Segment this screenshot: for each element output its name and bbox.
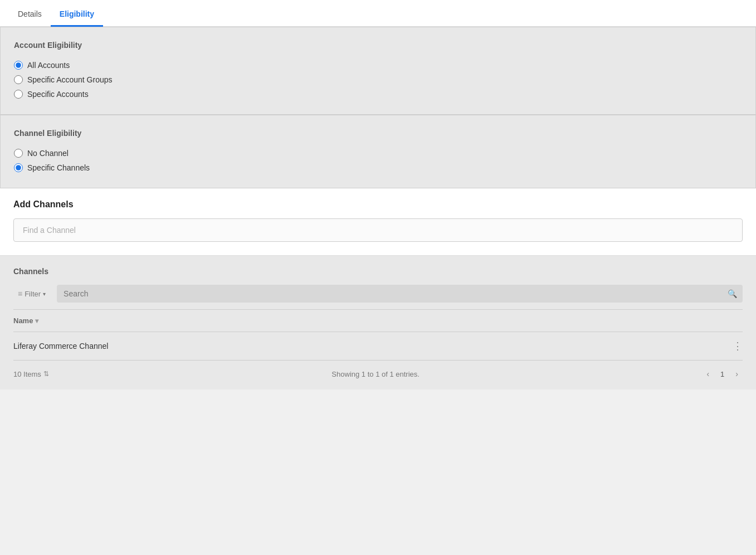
- column-name-label: Name: [13, 317, 33, 325]
- tab-details[interactable]: Details: [9, 3, 51, 27]
- search-icon: 🔍: [728, 289, 737, 298]
- radio-all-accounts-label: All Accounts: [27, 61, 70, 70]
- channel-eligibility-section: Channel Eligibility No Channel Specific …: [0, 115, 756, 188]
- radio-all-accounts-input[interactable]: [14, 61, 23, 70]
- items-per-page[interactable]: 10 Items ⇅: [13, 370, 49, 378]
- filter-bar: ≡ Filter ▾ 🔍: [13, 285, 743, 303]
- radio-no-channel-label: No Channel: [27, 149, 69, 158]
- radio-specific-channels-label: Specific Channels: [27, 163, 90, 172]
- add-channels-panel: Add Channels: [0, 188, 756, 256]
- table-search-input[interactable]: [57, 285, 743, 303]
- radio-specific-channels-input[interactable]: [14, 163, 23, 172]
- filter-label: Filter: [25, 290, 41, 298]
- channel-eligibility-title: Channel Eligibility: [14, 129, 742, 138]
- items-per-page-arrows: ⇅: [43, 370, 49, 378]
- sort-icon: ▾: [35, 317, 38, 325]
- filter-icon: ≡: [18, 289, 22, 298]
- radio-specific-account-groups-label: Specific Account Groups: [27, 75, 113, 84]
- channels-section: Channels ≡ Filter ▾ 🔍 Name ▾ Liferay Com…: [0, 256, 756, 361]
- row-actions-menu[interactable]: ⋮: [733, 340, 743, 352]
- pagination-nav: ‹ 1 ›: [702, 367, 743, 381]
- table-search-wrapper: 🔍: [57, 285, 743, 303]
- channel-eligibility-options: No Channel Specific Channels: [14, 149, 742, 172]
- showing-text: Showing 1 to 1 of 1 entries.: [331, 370, 420, 378]
- channel-name: Liferay Commerce Channel: [13, 342, 108, 350]
- table-header: Name ▾: [13, 309, 743, 332]
- radio-all-accounts[interactable]: All Accounts: [14, 61, 742, 70]
- column-header-name[interactable]: Name ▾: [13, 317, 38, 325]
- current-page: 1: [716, 368, 729, 381]
- radio-specific-accounts-input[interactable]: [14, 90, 23, 99]
- radio-no-channel-input[interactable]: [14, 149, 23, 158]
- tab-eligibility[interactable]: Eligibility: [51, 3, 103, 27]
- radio-specific-account-groups-input[interactable]: [14, 75, 23, 84]
- pagination-info: Showing 1 to 1 of 1 entries.: [331, 370, 420, 378]
- table-row: Liferay Commerce Channel ⋮: [13, 332, 743, 361]
- radio-specific-accounts-label: Specific Accounts: [27, 90, 89, 99]
- tabs-bar: Details Eligibility: [0, 0, 756, 27]
- radio-specific-accounts[interactable]: Specific Accounts: [14, 90, 742, 99]
- radio-no-channel[interactable]: No Channel: [14, 149, 742, 158]
- channels-table-title: Channels: [13, 267, 743, 276]
- radio-specific-account-groups[interactable]: Specific Account Groups: [14, 75, 742, 84]
- radio-specific-channels[interactable]: Specific Channels: [14, 163, 742, 172]
- add-channels-title: Add Channels: [13, 199, 743, 210]
- pagination-bar: 10 Items ⇅ Showing 1 to 1 of 1 entries. …: [0, 361, 756, 390]
- items-per-page-label: 10 Items: [13, 370, 41, 378]
- filter-button[interactable]: ≡ Filter ▾: [13, 287, 50, 300]
- account-eligibility-section: Account Eligibility All Accounts Specifi…: [0, 27, 756, 115]
- filter-chevron-icon: ▾: [43, 291, 46, 297]
- account-eligibility-options: All Accounts Specific Account Groups Spe…: [14, 61, 742, 99]
- find-channel-input[interactable]: [13, 218, 743, 242]
- account-eligibility-title: Account Eligibility: [14, 41, 742, 50]
- prev-page-button[interactable]: ‹: [702, 367, 714, 381]
- next-page-button[interactable]: ›: [731, 367, 743, 381]
